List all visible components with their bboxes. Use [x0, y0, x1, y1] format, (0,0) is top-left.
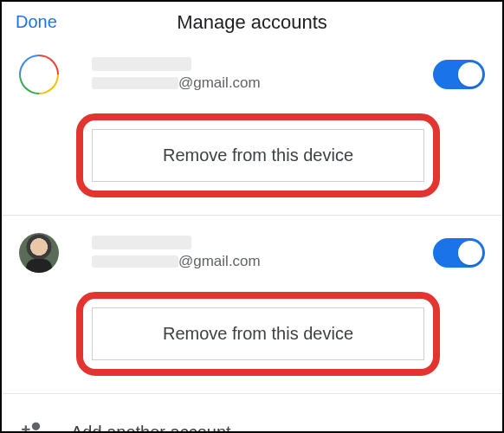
email-prefix-redacted: [92, 255, 178, 268]
account-info: @gmail.com: [92, 236, 433, 270]
email-prefix-redacted: [92, 77, 178, 89]
remove-button[interactable]: Remove from this device: [92, 307, 424, 360]
avatar: [19, 233, 59, 273]
header: Done Manage accounts: [2, 2, 502, 44]
account-name-redacted: [92, 236, 191, 249]
done-button[interactable]: Done: [16, 12, 57, 32]
account-toggle[interactable]: [433, 60, 485, 89]
remove-highlight: Remove from this device: [76, 292, 440, 376]
account-row: @gmail.com: [2, 44, 502, 101]
email-suffix: @gmail.com: [178, 253, 261, 270]
remove-highlight: Remove from this device: [76, 113, 440, 197]
page-title: Manage accounts: [177, 11, 327, 34]
account-name-redacted: [92, 57, 191, 71]
account-toggle[interactable]: [433, 238, 485, 268]
account-section-1: @gmail.com Remove from this device: [2, 223, 502, 394]
add-account-button[interactable]: Add another account: [2, 401, 502, 433]
person-add-icon: [21, 418, 45, 433]
avatar: [19, 55, 59, 94]
add-account-label: Add another account: [71, 423, 231, 434]
account-info: @gmail.com: [92, 57, 433, 92]
account-row: @gmail.com: [2, 223, 502, 280]
remove-button[interactable]: Remove from this device: [92, 129, 424, 182]
account-section-0: @gmail.com Remove from this device: [2, 44, 502, 216]
email-suffix: @gmail.com: [178, 74, 261, 92]
